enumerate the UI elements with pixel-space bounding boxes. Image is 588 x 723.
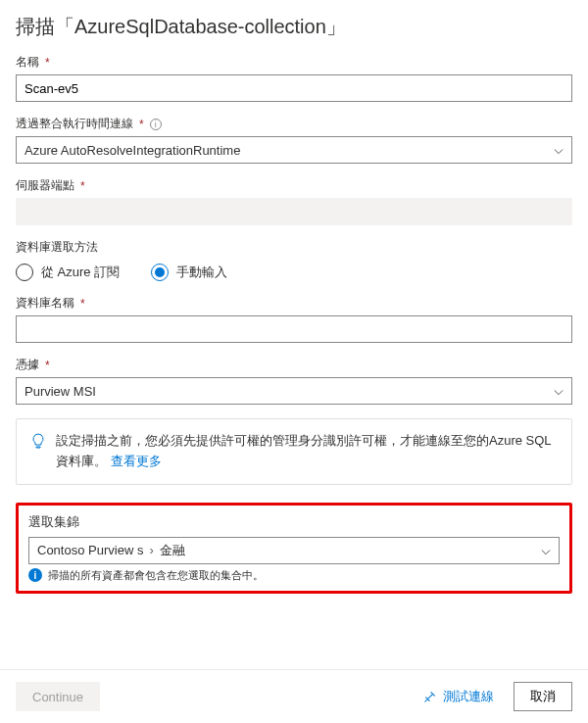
endpoint-label: 伺服器端點 * — [16, 177, 572, 194]
runtime-field: 透過整合執行時間連線 * i Azure AutoResolveIntegrat… — [16, 116, 572, 164]
runtime-value: Azure AutoResolveIntegrationRuntime — [24, 143, 240, 158]
credential-label-text: 憑據 — [16, 357, 39, 373]
endpoint-label-text: 伺服器端點 — [16, 177, 74, 194]
radio-circle — [151, 264, 169, 281]
endpoint-input — [16, 198, 572, 225]
credential-label: 憑據 * — [16, 357, 572, 373]
collection-label: 選取集錦 — [28, 513, 560, 531]
name-label-text: 名稱 — [16, 54, 39, 71]
collection-note: 掃描的所有資產都會包含在您選取的集合中。 — [48, 568, 264, 583]
required-asterisk: * — [139, 118, 144, 131]
radio-group: 從 Azure 訂閱 手動輸入 — [16, 264, 572, 281]
runtime-select[interactable]: Azure AutoResolveIntegrationRuntime — [16, 136, 572, 164]
info-circle-icon: i — [28, 568, 42, 582]
radio-from-azure[interactable]: 從 Azure 訂閱 — [16, 264, 120, 281]
dbname-label: 資料庫名稱 * — [16, 295, 572, 312]
footer-right: 測試連線 取消 — [423, 682, 572, 711]
collection-select[interactable]: Contoso Purview s › 金融 — [28, 537, 560, 564]
endpoint-field: 伺服器端點 * — [16, 177, 572, 225]
scan-panel: 掃描「AzureSqlDatabase-collection」 名稱 * 透過整… — [0, 0, 588, 723]
credential-select[interactable]: Purview MSI — [16, 377, 572, 405]
collection-note-row: i 掃描的所有資產都會包含在您選取的集合中。 — [28, 568, 560, 583]
test-connection-link[interactable]: 測試連線 — [423, 688, 494, 705]
runtime-label-text: 透過整合執行時間連線 — [16, 116, 133, 132]
lightbulb-icon — [30, 433, 46, 449]
collection-breadcrumb: Contoso Purview s › 金融 — [37, 542, 185, 559]
info-box: 設定掃描之前，您必須先提供許可權的管理身分識別許可權，才能連線至您的Azure … — [16, 418, 572, 485]
breadcrumb-item: 金融 — [160, 542, 185, 559]
select-method-field: 資料庫選取方法 從 Azure 訂閱 手動輸入 — [16, 239, 572, 281]
footer: Continue 測試連線 取消 — [0, 669, 588, 723]
radio-manual-label: 手動輸入 — [176, 264, 227, 281]
info-icon[interactable]: i — [150, 119, 162, 130]
runtime-label: 透過整合執行時間連線 * i — [16, 116, 572, 132]
info-text-wrap: 設定掃描之前，您必須先提供許可權的管理身分識別許可權，才能連線至您的Azure … — [56, 431, 558, 472]
chevron-down-icon — [554, 386, 564, 396]
chevron-down-icon — [541, 546, 551, 555]
radio-manual[interactable]: 手動輸入 — [151, 264, 227, 281]
cancel-button[interactable]: 取消 — [514, 682, 572, 711]
name-field: 名稱 * — [16, 54, 572, 102]
required-asterisk: * — [45, 56, 50, 70]
credential-value: Purview MSI — [24, 384, 96, 399]
radio-from-azure-label: 從 Azure 訂閱 — [41, 264, 120, 281]
dbname-input[interactable] — [16, 315, 572, 343]
name-input[interactable] — [16, 74, 572, 102]
chevron-down-icon — [554, 145, 564, 155]
required-asterisk: * — [80, 179, 85, 193]
info-link[interactable]: 查看更多 — [111, 454, 162, 468]
dbname-field: 資料庫名稱 * — [16, 295, 572, 343]
select-method-label-text: 資料庫選取方法 — [16, 239, 98, 256]
panel-content: 掃描「AzureSqlDatabase-collection」 名稱 * 透過整… — [0, 0, 588, 669]
required-asterisk: * — [80, 297, 85, 311]
required-asterisk: * — [45, 359, 50, 372]
plug-icon — [423, 690, 437, 703]
collection-highlight-box: 選取集錦 Contoso Purview s › 金融 i 掃描的所有資產都會包… — [16, 503, 572, 594]
continue-button: Continue — [16, 682, 100, 711]
name-label: 名稱 * — [16, 54, 572, 71]
breadcrumb-item: Contoso Purview s — [37, 543, 143, 557]
page-title: 掃描「AzureSqlDatabase-collection」 — [16, 14, 572, 40]
select-method-label: 資料庫選取方法 — [16, 239, 572, 256]
radio-circle — [16, 264, 33, 281]
credential-field: 憑據 * Purview MSI — [16, 357, 572, 405]
test-connection-label: 測試連線 — [443, 688, 494, 705]
breadcrumb-separator: › — [149, 543, 153, 557]
dbname-label-text: 資料庫名稱 — [16, 295, 74, 312]
